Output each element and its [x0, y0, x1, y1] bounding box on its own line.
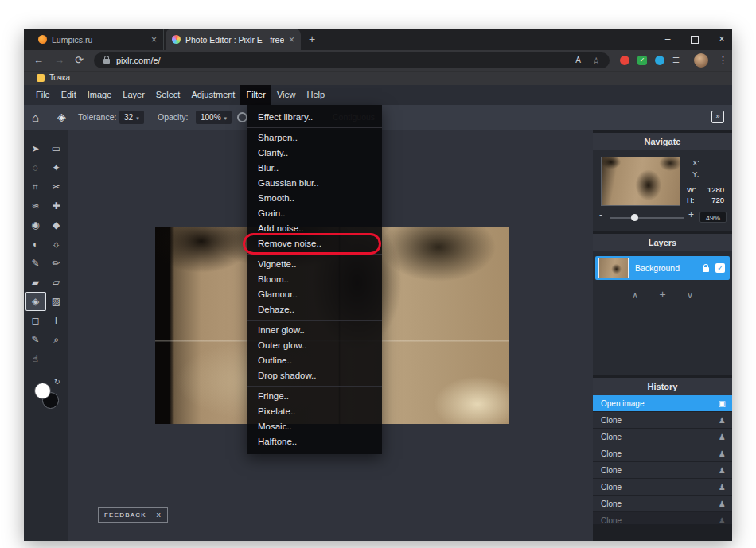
zoom-tool-icon[interactable]: ⌕ [46, 330, 67, 349]
tab-close-icon[interactable]: × [289, 34, 294, 45]
translate-icon[interactable]: A [575, 52, 581, 68]
clone-stamp-tool-icon[interactable]: ◉ [25, 216, 46, 235]
menu-view[interactable]: View [271, 85, 302, 105]
history-item-open-image[interactable]: Open image▣ [593, 395, 732, 412]
address-bar[interactable]: pixlr.com/e/ A ☆ [94, 52, 610, 68]
menu-item-halftone[interactable]: Halftone.. [247, 434, 382, 449]
cutout-tool-icon[interactable]: ✂ [46, 177, 67, 196]
new-tab-button[interactable]: + [309, 29, 315, 50]
history-item-clone[interactable]: Clone♟ [593, 412, 732, 429]
menu-item-clarity[interactable]: Clarity.. [247, 146, 382, 161]
minimize-button[interactable]: – [659, 29, 676, 50]
heal-tool-icon[interactable]: ✚ [46, 196, 67, 216]
menu-item-inner-glow[interactable]: Inner glow.. [247, 323, 382, 338]
bookmark-star-icon[interactable]: ☆ [592, 52, 600, 68]
dodge-burn-tool-icon[interactable]: ☼ [46, 235, 67, 254]
menu-item-mosaic[interactable]: Mosaic.. [247, 419, 382, 434]
refresh-icon[interactable]: ⟳ [75, 50, 84, 71]
menu-adjustment[interactable]: Adjustment [185, 85, 240, 105]
layer-down-icon[interactable]: ∨ [681, 290, 699, 301]
menu-item-blur[interactable]: Blur.. [247, 161, 382, 176]
add-layer-icon[interactable]: + [654, 288, 672, 301]
profile-avatar[interactable] [694, 53, 708, 68]
menu-image[interactable]: Image [82, 85, 118, 105]
opacity-select[interactable]: 100%▾ [196, 111, 232, 124]
menu-item-dehaze[interactable]: Dehaze.. [247, 302, 382, 317]
swap-colors-icon[interactable]: ↻ [54, 378, 60, 386]
side-panel-icon[interactable]: ☰ [672, 50, 680, 71]
menu-item-outline[interactable]: Outline.. [247, 353, 382, 368]
browser-menu-kebab-icon[interactable]: ⋮ [718, 50, 728, 71]
pen-tool-icon[interactable]: ✎ [25, 254, 46, 273]
shape-tool-icon[interactable]: ◻ [25, 311, 46, 330]
close-button[interactable]: × [713, 29, 731, 50]
fill-tool-icon[interactable]: ◈ [25, 292, 46, 311]
lasso-tool-icon[interactable]: ◌ [25, 158, 46, 177]
adblock-extension-icon[interactable] [620, 56, 629, 65]
menu-item-grain[interactable]: Grain.. [247, 206, 382, 221]
history-item-clone[interactable]: Clone♟ [593, 496, 732, 512]
menu-item-outer-glow[interactable]: Outer glow.. [247, 338, 382, 353]
feedback-button[interactable]: FEEDBACK X [98, 507, 168, 523]
knife-tool-icon[interactable]: ▱ [46, 273, 67, 292]
layer-background[interactable]: Background ✓ [595, 256, 730, 280]
menu-item-vignette[interactable]: Vignette.. [247, 257, 382, 272]
layer-up-icon[interactable]: ∧ [626, 290, 644, 301]
arrange-tool-icon[interactable]: ➤ [25, 139, 46, 158]
zoom-slider-knob[interactable] [631, 214, 638, 221]
home-icon[interactable]: ⌂ [32, 105, 39, 130]
eraser-tool-icon[interactable]: ▰ [25, 273, 46, 292]
menu-item-smooth[interactable]: Smooth.. [247, 191, 382, 206]
blur-tool-icon[interactable]: ◆ [46, 216, 67, 235]
layer-visibility-checkbox[interactable]: ✓ [715, 263, 725, 273]
zoom-slider[interactable] [610, 217, 684, 219]
history-item-clone[interactable]: Clone♟ [593, 512, 732, 525]
brush-tool-icon[interactable]: ✏ [46, 254, 67, 273]
blue-extension-icon[interactable] [655, 56, 664, 65]
history-item-clone[interactable]: Clone♟ [593, 429, 732, 445]
liquify-tool-icon[interactable]: ≋ [25, 196, 46, 216]
menu-item-drop-shadow[interactable]: Drop shadow.. [247, 368, 382, 383]
pencil-tool-icon[interactable]: ✎ [25, 330, 46, 349]
marquee-tool-icon[interactable]: ▭ [46, 139, 67, 158]
gradient-tool-icon[interactable]: ▨ [46, 292, 67, 311]
tab-lumpics[interactable]: Lumpics.ru × [32, 29, 164, 50]
tolerance-select[interactable]: 32▾ [119, 111, 144, 124]
history-item-clone[interactable]: Clone♟ [593, 462, 732, 479]
menu-item-bloom[interactable]: Bloom.. [247, 272, 382, 287]
check-extension-icon[interactable]: ✓ [637, 56, 647, 65]
foreground-color-swatch[interactable] [34, 383, 51, 399]
menu-item-pixelate[interactable]: Pixelate.. [247, 404, 382, 419]
panel-toggle-icon[interactable]: » [711, 111, 724, 123]
text-tool-icon[interactable]: T [46, 311, 67, 330]
history-item-clone[interactable]: Clone♟ [593, 445, 732, 462]
wand-tool-icon[interactable]: ✦ [46, 158, 67, 177]
menu-item-gaussian-blur[interactable]: Gaussian blur.. [247, 176, 382, 191]
menu-edit[interactable]: Edit [56, 85, 82, 105]
bookmark-item[interactable]: Точка [49, 71, 70, 85]
history-item-clone[interactable]: Clone♟ [593, 479, 732, 496]
menu-item-glamour[interactable]: Glamour.. [247, 287, 382, 302]
menu-item-sharpen[interactable]: Sharpen.. [247, 130, 382, 146]
zoom-out-button[interactable]: - [599, 209, 602, 220]
hand-tool-icon[interactable]: ☝ [25, 349, 46, 368]
tab-pixlr[interactable]: Photo Editor : Pixlr E - free imag × [166, 29, 301, 50]
tab-close-icon[interactable]: × [151, 34, 157, 45]
collapse-icon[interactable]: — [718, 378, 726, 395]
menu-layer[interactable]: Layer [117, 85, 150, 105]
toning-tool-icon[interactable]: ◐ [25, 235, 46, 254]
menu-file[interactable]: File [30, 85, 56, 105]
menu-filter[interactable]: Filter [240, 85, 271, 105]
menu-item-effect-library[interactable]: Effect library.. [247, 110, 382, 125]
crop-tool-icon[interactable]: ⌗ [25, 177, 46, 196]
back-icon[interactable]: ← [33, 50, 44, 71]
menu-help[interactable]: Help [302, 85, 331, 105]
forward-icon[interactable]: → [54, 50, 64, 71]
maximize-button[interactable] [686, 29, 703, 50]
zoom-in-button[interactable]: + [688, 209, 694, 220]
feedback-close[interactable]: X [156, 511, 162, 519]
navigate-thumbnail[interactable] [601, 157, 680, 206]
layer-lock-icon[interactable] [703, 267, 709, 272]
collapse-icon[interactable]: — [718, 234, 726, 251]
menu-select[interactable]: Select [150, 85, 186, 105]
